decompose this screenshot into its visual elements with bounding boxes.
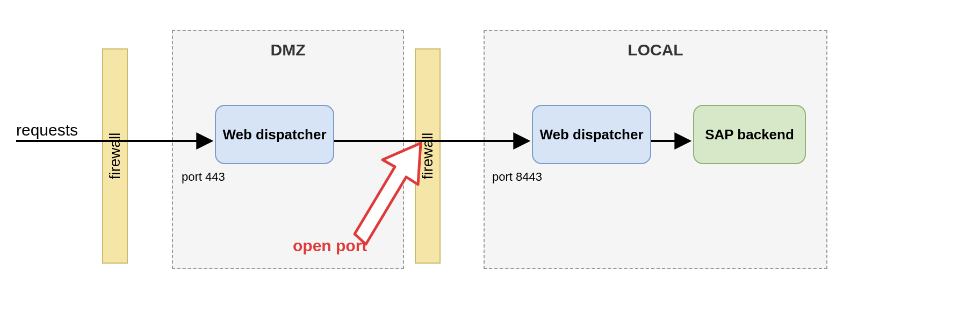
open-port-annotation: open port [293, 237, 367, 255]
firewall-left: firewall [102, 48, 128, 264]
zone-dmz-title: DMZ [173, 41, 403, 59]
port-label-dmz: port 443 [182, 170, 225, 184]
firewall-left-label: firewall [106, 132, 124, 179]
node-web-dispatcher-local: Web dispatcher [532, 105, 651, 164]
zone-local-title: LOCAL [485, 41, 826, 59]
port-label-local: port 8443 [492, 170, 542, 184]
requests-label: requests [16, 121, 78, 139]
node-web-dispatcher-dmz-label: Web dispatcher [222, 126, 326, 143]
node-web-dispatcher-local-label: Web dispatcher [539, 126, 643, 143]
firewall-right: firewall [415, 48, 441, 264]
node-sap-backend: SAP backend [693, 105, 806, 164]
firewall-right-label: firewall [419, 132, 436, 179]
node-sap-backend-label: SAP backend [705, 126, 794, 143]
node-web-dispatcher-dmz: Web dispatcher [215, 105, 334, 164]
